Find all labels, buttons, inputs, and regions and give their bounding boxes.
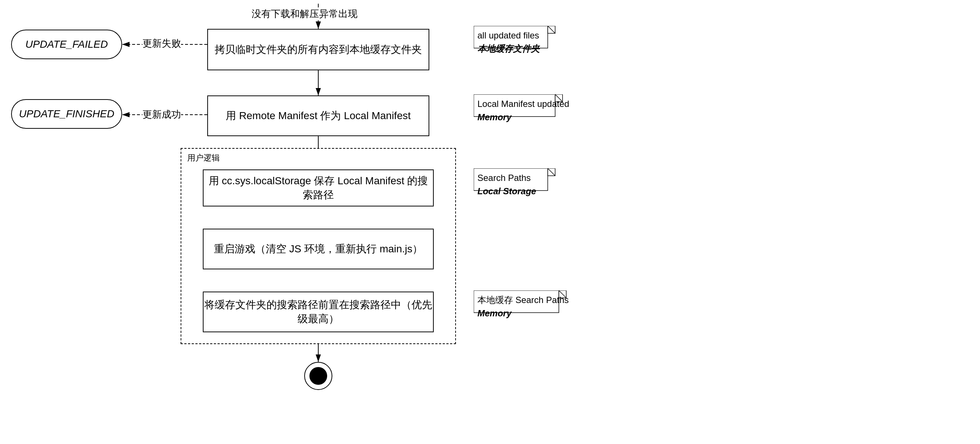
- no-exception-label: 没有下载和解压异常出现: [252, 7, 358, 20]
- note3-line1: Search Paths: [477, 171, 566, 185]
- note1-line1: all updated files: [477, 29, 566, 42]
- note4-line1: 本地缓存 Search Paths: [477, 293, 581, 307]
- note3-line2: Local Storage: [477, 185, 566, 198]
- manifest-box: 用 Remote Manifest 作为 Local Manifest: [207, 95, 429, 136]
- end-circle-inner: [309, 367, 327, 385]
- note2-line2: Memory: [477, 111, 581, 124]
- note4-line2: Memory: [477, 307, 581, 320]
- update-success-label: 更新成功: [143, 108, 181, 121]
- note-cache-search-paths-memory: 本地缓存 Search Paths Memory: [474, 290, 585, 323]
- update-failed-oval: UPDATE_FAILED: [11, 30, 122, 59]
- note-search-paths-localstorage: Search Paths Local Storage: [474, 168, 570, 201]
- arrows-svg: [0, 0, 980, 444]
- note1-line2: 本地缓存文件夹: [477, 42, 566, 56]
- diagram-container: 没有下载和解压异常出现 拷贝临时文件夹的所有内容到本地缓存文件夹 更新失败 UP…: [0, 0, 980, 444]
- update-failed-label: 更新失败: [143, 37, 181, 50]
- note-local-manifest-memory: Local Manifest updated Memory: [474, 94, 585, 127]
- note-all-updated-files: all updated files 本地缓存文件夹: [474, 26, 570, 59]
- copy-box: 拷贝临时文件夹的所有内容到本地缓存文件夹: [207, 29, 429, 70]
- save-search-box: 用 cc.sys.localStorage 保存 Local Manifest …: [203, 169, 434, 207]
- note2-line1: Local Manifest updated: [477, 97, 581, 111]
- cache-path-box: 将缓存文件夹的搜索路径前置在搜索路径中（优先级最高）: [203, 291, 434, 332]
- restart-box: 重启游戏（清空 JS 环境，重新执行 main.js）: [203, 229, 434, 269]
- update-finished-oval: UPDATE_FINISHED: [11, 99, 122, 129]
- user-logic-label: 用户逻辑: [187, 153, 220, 164]
